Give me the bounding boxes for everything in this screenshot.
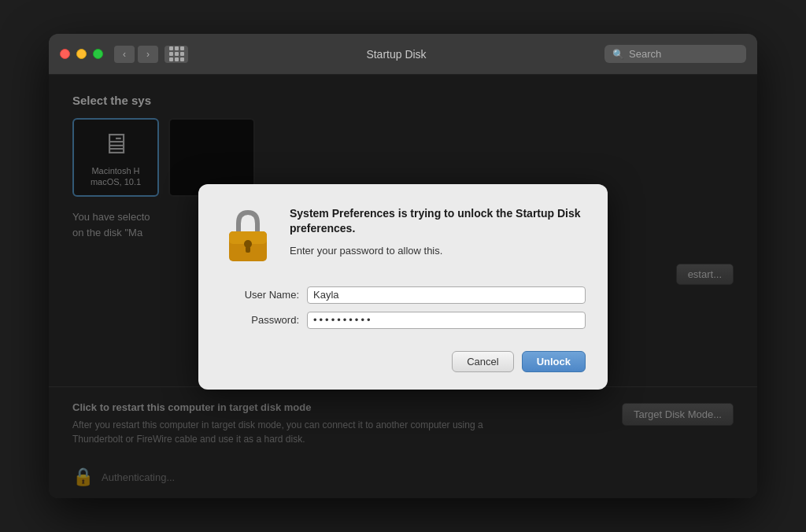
- titlebar: ‹ › Startup Disk 🔍 Search: [49, 34, 757, 75]
- forward-button[interactable]: ›: [138, 46, 158, 63]
- auth-dialog: System Preferences is trying to unlock t…: [198, 184, 608, 390]
- modal-overlay: System Preferences is trying to unlock t…: [49, 75, 757, 498]
- back-button[interactable]: ‹: [114, 46, 135, 63]
- search-bar[interactable]: 🔍 Search: [604, 45, 746, 63]
- lock-svg-icon: [224, 209, 272, 266]
- modal-header: System Preferences is trying to unlock t…: [220, 206, 586, 269]
- svg-rect-3: [246, 246, 250, 253]
- username-row: User Name:: [220, 286, 586, 304]
- search-icon: 🔍: [612, 49, 624, 60]
- modal-title: System Preferences is trying to unlock t…: [290, 206, 586, 237]
- cancel-button[interactable]: Cancel: [452, 351, 513, 372]
- modal-form: User Name: Password:: [220, 286, 586, 337]
- maximize-button[interactable]: [93, 49, 103, 59]
- close-button[interactable]: [60, 49, 70, 59]
- nav-buttons: ‹ ›: [114, 46, 188, 63]
- back-icon: ‹: [123, 49, 126, 60]
- password-label: Password:: [220, 314, 299, 326]
- content-area: Select the sys 🖥 Macintosh H macOS, 10.1…: [49, 75, 757, 498]
- search-placeholder: Search: [629, 48, 661, 60]
- forward-icon: ›: [146, 49, 150, 60]
- username-label: User Name:: [220, 289, 299, 301]
- modal-buttons: Cancel Unlock: [220, 351, 586, 372]
- lock-graphic: [220, 206, 275, 269]
- window-title: Startup Disk: [188, 48, 604, 61]
- grid-view-button[interactable]: [165, 46, 188, 63]
- main-window: ‹ › Startup Disk 🔍 Search Select the sys: [49, 34, 757, 498]
- grid-icon: [169, 46, 184, 61]
- unlock-button[interactable]: Unlock: [522, 351, 586, 372]
- username-input[interactable]: [307, 286, 586, 304]
- modal-title-block: System Preferences is trying to unlock t…: [290, 206, 586, 269]
- modal-description: Enter your password to allow this.: [290, 243, 586, 259]
- password-row: Password:: [220, 312, 586, 329]
- minimize-button[interactable]: [76, 49, 87, 59]
- traffic-lights: [60, 49, 103, 59]
- password-input[interactable]: [307, 312, 586, 329]
